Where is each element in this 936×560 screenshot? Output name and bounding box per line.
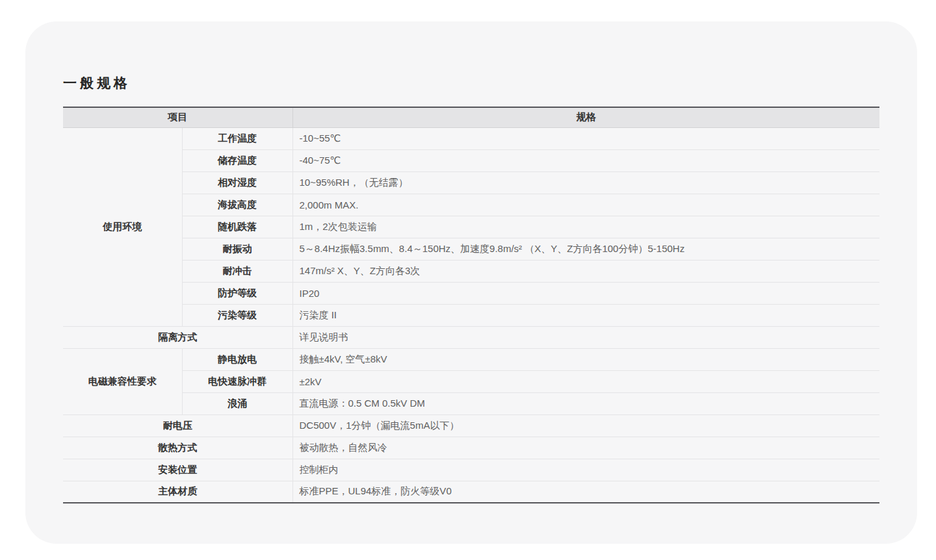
subitem-cell: 浪涌 — [182, 392, 292, 414]
merged-label-cell: 耐电压 — [63, 414, 292, 437]
table-row: 浪涌 直流电源：0.5 CM 0.5kV DM — [63, 392, 879, 414]
value-cell: 1m，2次包装运输 — [292, 216, 879, 238]
column-header-item: 项目 — [63, 107, 292, 127]
value-cell: 污染度 II — [292, 304, 879, 326]
table-row: 污染等级 污染度 II — [63, 304, 879, 326]
merged-label-cell: 主体材质 — [63, 481, 292, 503]
table-row: 耐冲击 147m/s² X、Y、Z方向各3次 — [63, 260, 879, 282]
subitem-cell: 耐振动 — [182, 238, 292, 260]
table-row: 防护等级 IP20 — [63, 282, 879, 304]
subitem-cell: 储存温度 — [182, 149, 292, 172]
value-cell: ±2kV — [292, 370, 879, 392]
subitem-cell: 工作温度 — [182, 127, 292, 149]
subitem-cell: 污染等级 — [182, 304, 292, 326]
subitem-cell: 电快速脉冲群 — [182, 370, 292, 392]
value-cell: -10~55℃ — [292, 127, 879, 149]
value-cell: 详见说明书 — [292, 326, 879, 348]
section-title: 一般规格 — [63, 75, 879, 91]
table-row: 安装位置 控制柜内 — [63, 459, 879, 481]
table-row: 相对湿度 10~95%RH，（无结露） — [63, 172, 879, 194]
subitem-cell: 耐冲击 — [182, 260, 292, 282]
merged-label-cell: 散热方式 — [63, 437, 292, 459]
subitem-cell: 相对湿度 — [182, 172, 292, 194]
value-cell: 控制柜内 — [292, 459, 879, 481]
table-row: 耐电压 DC500V，1分钟（漏电流5mA以下） — [63, 414, 879, 437]
table-row: 储存温度 -40~75℃ — [63, 149, 879, 172]
table-row: 随机跌落 1m，2次包装运输 — [63, 216, 879, 238]
value-cell: 接触±4kV, 空气±8kV — [292, 348, 879, 370]
value-cell: 被动散热，自然风冷 — [292, 437, 879, 459]
category-cell: 使用环境 — [63, 127, 182, 326]
spec-table: 项目 规格 使用环境 工作温度 -10~55℃ 储存温度 -40~75℃ 相对湿… — [63, 107, 879, 503]
table-header-row: 项目 规格 — [63, 107, 879, 127]
value-cell: DC500V，1分钟（漏电流5mA以下） — [292, 414, 879, 437]
spec-card: 一般规格 项目 规格 使用环境 工作温度 -10~55℃ 储存温度 -40~75… — [25, 21, 917, 544]
table-row: 海拔高度 2,000m MAX. — [63, 194, 879, 216]
table-row: 隔离方式 详见说明书 — [63, 326, 879, 348]
table-row: 电快速脉冲群 ±2kV — [63, 370, 879, 392]
value-cell: -40~75℃ — [292, 149, 879, 172]
value-cell: 5～8.4Hz振幅3.5mm、8.4～150Hz、加速度9.8m/s² （X、Y… — [292, 238, 879, 260]
table-row: 耐振动 5～8.4Hz振幅3.5mm、8.4～150Hz、加速度9.8m/s² … — [63, 238, 879, 260]
subitem-cell: 随机跌落 — [182, 216, 292, 238]
table-row: 电磁兼容性要求 静电放电 接触±4kV, 空气±8kV — [63, 348, 879, 370]
category-cell: 电磁兼容性要求 — [63, 348, 182, 414]
column-header-spec: 规格 — [292, 107, 879, 127]
value-cell: IP20 — [292, 282, 879, 304]
table-row: 散热方式 被动散热，自然风冷 — [63, 437, 879, 459]
merged-label-cell: 隔离方式 — [63, 326, 292, 348]
value-cell: 直流电源：0.5 CM 0.5kV DM — [292, 392, 879, 414]
value-cell: 10~95%RH，（无结露） — [292, 172, 879, 194]
table-row: 主体材质 标准PPE，UL94标准，防火等级V0 — [63, 481, 879, 503]
table-row: 使用环境 工作温度 -10~55℃ — [63, 127, 879, 149]
value-cell: 2,000m MAX. — [292, 194, 879, 216]
merged-label-cell: 安装位置 — [63, 459, 292, 481]
subitem-cell: 海拔高度 — [182, 194, 292, 216]
subitem-cell: 防护等级 — [182, 282, 292, 304]
value-cell: 标准PPE，UL94标准，防火等级V0 — [292, 481, 879, 503]
value-cell: 147m/s² X、Y、Z方向各3次 — [292, 260, 879, 282]
subitem-cell: 静电放电 — [182, 348, 292, 370]
